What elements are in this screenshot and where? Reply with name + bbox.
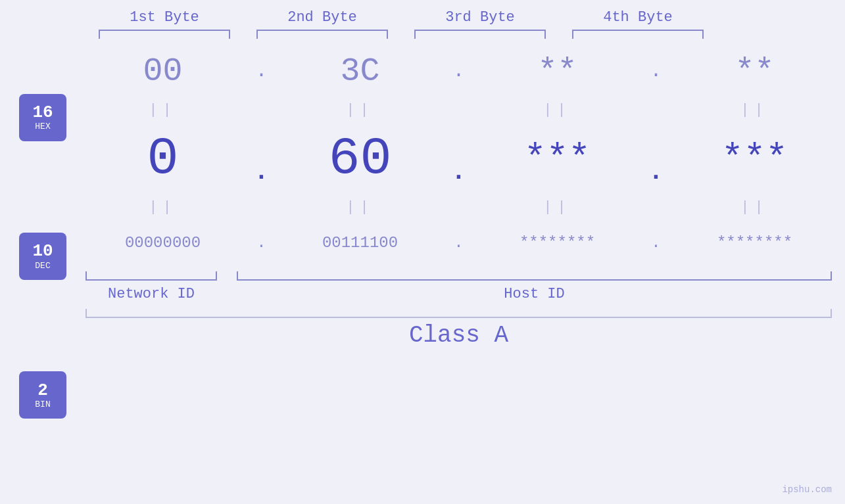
data-area: 00 . 3C . ** . ** || || [85,41,845,504]
bracket-1 [99,30,230,39]
byte-headers-row: 1st Byte 2nd Byte 3rd Byte 4th Byte [85,9,845,26]
bottom-brackets-row [85,271,832,281]
dec-dot-3: . [646,131,666,186]
top-brackets-row [85,30,845,39]
hex-dot-1: . [252,60,272,82]
hex-badge: 16 HEX [19,94,66,141]
hex-val-4: ** [735,53,774,90]
bin-cell-2: 00111100 [295,234,426,252]
hex-cell-1: 00 [97,53,229,90]
eq-2-2: || [295,199,426,216]
bracket-2 [256,30,388,39]
class-label: Class A [85,322,832,349]
hex-val-1: 00 [143,53,182,90]
dec-badge-label: DEC [35,261,50,271]
bin-val-3: ******** [519,234,595,252]
bin-row: 00000000 . 00111100 . ******** . *******… [85,216,832,269]
dec-val-3: *** [524,137,591,179]
bin-dot-3: . [646,234,666,252]
hex-cell-3: ** [492,53,623,90]
bin-badge: 2 BIN [19,371,66,419]
byte-header-3: 3rd Byte [401,9,559,26]
equals-row-1: || || || || [85,101,832,119]
hex-row: 00 . 3C . ** . ** [85,41,832,101]
middle-area: 16 HEX 10 DEC 2 BIN 00 . 3C [0,41,845,504]
bin-dot-1: . [252,234,272,252]
hex-badge-number: 16 [32,103,53,122]
hex-dot-2: . [449,60,469,82]
bin-dot-2: . [449,234,469,252]
dec-cell-4: *** [689,137,821,179]
badges-column: 16 HEX 10 DEC 2 BIN [0,41,85,504]
byte-header-4: 4th Byte [559,9,717,26]
watermark: ipshu.com [782,484,832,495]
network-bracket [85,271,217,281]
host-bracket [237,271,832,281]
eq-2-3: || [492,199,623,216]
network-id-label: Network ID [85,286,217,302]
hex-badge-label: HEX [35,122,50,131]
eq-1-1: || [97,102,229,118]
bin-val-1: 00000000 [125,234,201,252]
dec-val-1: 0 [147,129,178,189]
eq-1-3: || [492,102,623,118]
page-container: 1st Byte 2nd Byte 3rd Byte 4th Byte 16 H… [0,0,845,504]
hex-val-3: ** [537,53,577,90]
host-id-label: Host ID [237,286,832,302]
dec-cell-3: *** [492,137,623,179]
dec-cell-2: 60 [295,129,426,189]
bin-val-2: 00111100 [322,234,398,252]
bin-cell-4: ******** [689,234,821,252]
bin-badge-number: 2 [37,381,48,400]
bracket-3 [414,30,546,39]
eq-1-4: || [689,102,821,118]
bracket-4 [572,30,704,39]
dec-row: 0 . 60 . *** . *** [85,119,832,198]
byte-header-2: 2nd Byte [243,9,401,26]
bin-val-4: ******** [717,234,792,252]
bottom-labels-row: Network ID Host ID [85,286,832,302]
dec-badge: 10 DEC [19,233,66,280]
hex-cell-4: ** [689,53,821,90]
eq-2-1: || [97,199,229,216]
bin-cell-1: 00000000 [97,234,229,252]
hex-cell-2: 3C [295,53,426,90]
dec-dot-2: . [449,131,469,186]
byte-header-1: 1st Byte [85,9,243,26]
eq-2-4: || [689,199,821,216]
hex-val-2: 3C [340,53,379,90]
dec-dot-1: . [252,131,272,186]
dec-val-2: 60 [328,129,391,189]
dec-badge-number: 10 [32,242,53,261]
dec-val-4: *** [721,137,788,179]
class-bracket [85,309,832,318]
bin-badge-label: BIN [35,400,50,409]
bin-cell-3: ******** [492,234,623,252]
eq-1-2: || [295,102,426,118]
equals-row-2: || || || || [85,198,832,216]
hex-dot-3: . [646,60,666,82]
dec-cell-1: 0 [97,129,229,189]
